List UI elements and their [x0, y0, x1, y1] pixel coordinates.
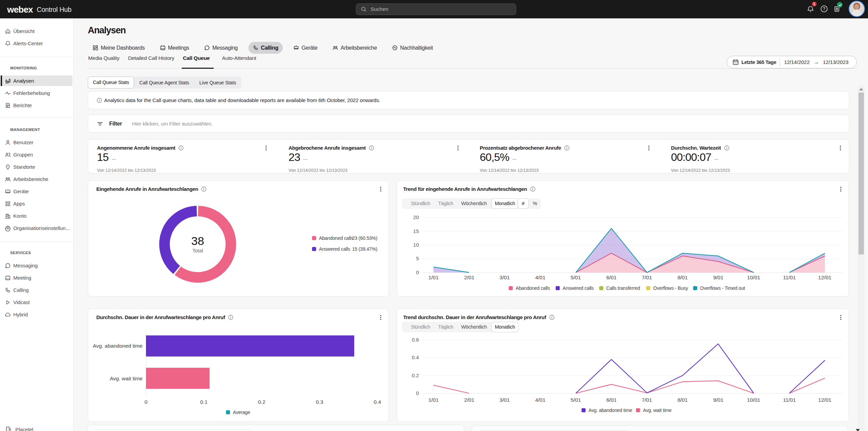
svg-text:?: ? — [823, 6, 825, 11]
